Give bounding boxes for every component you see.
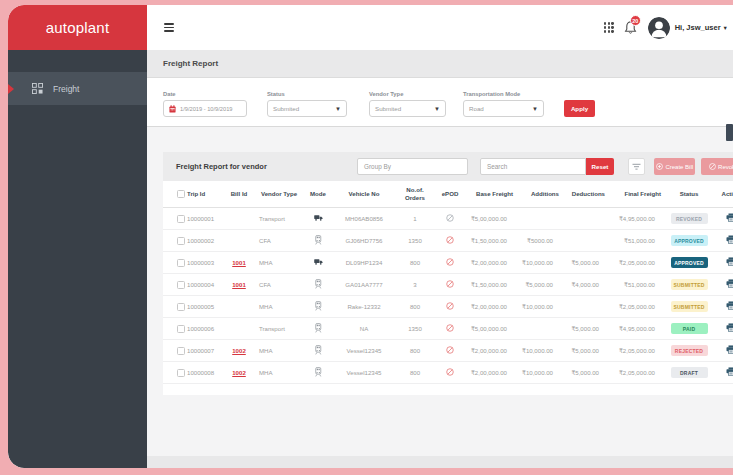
status-badge: SUBMITTED [671,279,708,290]
bill-id-cell: 1002 [223,369,255,376]
row-checkbox[interactable] [177,303,185,311]
epod-status-icon[interactable] [446,238,454,245]
print-icon[interactable] [726,304,733,311]
search-input[interactable]: Search [480,158,586,175]
row-select-cell [175,346,187,354]
horizontal-scrollbar-track[interactable] [147,456,733,468]
hamburger-menu-icon[interactable] [164,23,174,31]
deductions-cell: ₹5,000.00 [563,259,609,266]
epod-status-icon[interactable] [446,304,454,311]
user-menu-caret-icon[interactable]: ▼ [723,25,728,31]
vendor_type-cell: Transport [255,325,303,332]
train-icon [314,327,323,334]
base_freight-cell: ₹2,00,000.00 [465,259,517,266]
additions-cell: ₹10,000.00 [517,303,563,310]
date-range-input[interactable]: 1/9/2019 - 10/9/2019 [163,100,247,117]
vehicle_no-cell: Vessel12345 [333,347,395,354]
group-by-input[interactable]: Group By [357,158,468,175]
column-header-action: Action [713,190,733,198]
row-checkbox[interactable] [177,281,185,289]
row-checkbox[interactable] [177,215,185,223]
deductions-cell: ₹4,000.00 [563,281,609,288]
transportation-mode-filter: Transportation Mode Road ▼ [463,91,544,117]
print-icon[interactable] [726,370,733,377]
calendar-icon [169,105,176,113]
bill-id-cell: 1001 [223,281,255,288]
reset-button[interactable]: Reset [586,158,614,175]
epod-cell [435,368,465,377]
bill-id-link[interactable]: 1001 [232,281,246,288]
print-icon[interactable] [726,282,733,289]
scrollbar-thumb[interactable] [726,124,733,141]
bill-id-link[interactable]: 1001 [232,259,246,266]
app-window: autoplant 20 Hi, Jsw_user ▼ [8,5,733,468]
apps-grid-icon[interactable] [604,22,614,32]
status-badge: APPROVED [671,257,708,268]
column-header-trip_id: Trip Id [187,190,223,198]
filter-funnel-button[interactable] [628,158,645,175]
additions-cell: ₹5000.00 [517,237,563,244]
apply-button[interactable]: Apply [564,100,595,117]
revoke-button[interactable]: Revoke [701,158,733,175]
column-header-vendor_type: Vendor Type [255,190,303,198]
status-cell: DRAFT [665,367,713,378]
epod-cell [435,280,465,289]
epod-status-icon[interactable] [446,260,454,267]
status-select[interactable]: Submited ▼ [267,100,347,117]
row-checkbox[interactable] [177,237,185,245]
final_freight-cell: ₹4,95,000.00 [609,215,665,222]
vendor_type-cell: MHA [255,259,303,266]
mode-cell [303,367,333,378]
page-title: Freight Report [163,59,218,68]
print-icon[interactable] [726,348,733,355]
row-checkbox[interactable] [177,259,185,267]
user-greeting[interactable]: Hi, Jsw_user [675,23,721,32]
trip_id-cell: 10000001 [187,215,223,222]
row-select-cell [175,258,187,266]
train-icon [314,283,323,290]
column-header-mode: Mode [303,190,333,198]
row-checkbox[interactable] [177,369,185,377]
vendor_type-cell: MHA [255,303,303,310]
transportation-mode-value: Road [469,105,484,112]
row-select-cell [175,324,187,332]
transportation-mode-select[interactable]: Road ▼ [463,100,544,117]
bill-id-link[interactable]: 1002 [232,369,246,376]
vendor-type-select[interactable]: Submited ▼ [369,100,446,117]
deductions-cell: ₹5,000.00 [563,369,609,376]
header-bar: 20 Hi, Jsw_user ▼ [147,5,733,50]
status-cell: PAID [665,323,713,334]
train-icon [314,371,323,378]
epod-status-icon[interactable] [446,370,454,377]
epod-cell [435,258,465,267]
select-all-checkbox[interactable] [175,190,187,198]
sidebar-item-label: Freight [53,84,79,94]
mode-cell [303,345,333,356]
vendor_type-cell: MHA [255,347,303,354]
epod-status-icon[interactable] [446,282,454,289]
print-icon[interactable] [726,238,733,245]
create-bill-button[interactable]: Create Bill [654,158,695,175]
row-checkbox[interactable] [177,347,185,355]
print-icon[interactable] [726,326,733,333]
sidebar-item-freight[interactable]: Freight [8,72,147,105]
date-label: Date [163,91,247,97]
notification-bell[interactable]: 20 [624,20,637,35]
table-row: 100000041001CFAGA01AA77773₹1,50,000.00₹5… [163,274,733,296]
epod-cell [435,346,465,355]
print-icon[interactable] [726,260,733,267]
row-checkbox[interactable] [177,325,185,333]
bill-id-link[interactable]: 1002 [232,347,246,354]
vehicle_no-cell: DL09HP1234 [333,259,395,266]
train-icon [314,239,323,246]
orders-cell: 1350 [395,325,435,332]
table-row: 100000031001MHADL09HP1234800₹2,00,000.00… [163,252,733,274]
additions-cell: ₹10,000.00 [517,259,563,266]
user-avatar[interactable] [648,17,670,39]
print-icon[interactable] [726,216,733,223]
epod-status-icon[interactable] [446,216,454,223]
epod-status-icon[interactable] [446,348,454,355]
page-title-band: Freight Report [147,50,733,78]
trip_id-cell: 10000006 [187,325,223,332]
epod-status-icon[interactable] [446,326,454,333]
